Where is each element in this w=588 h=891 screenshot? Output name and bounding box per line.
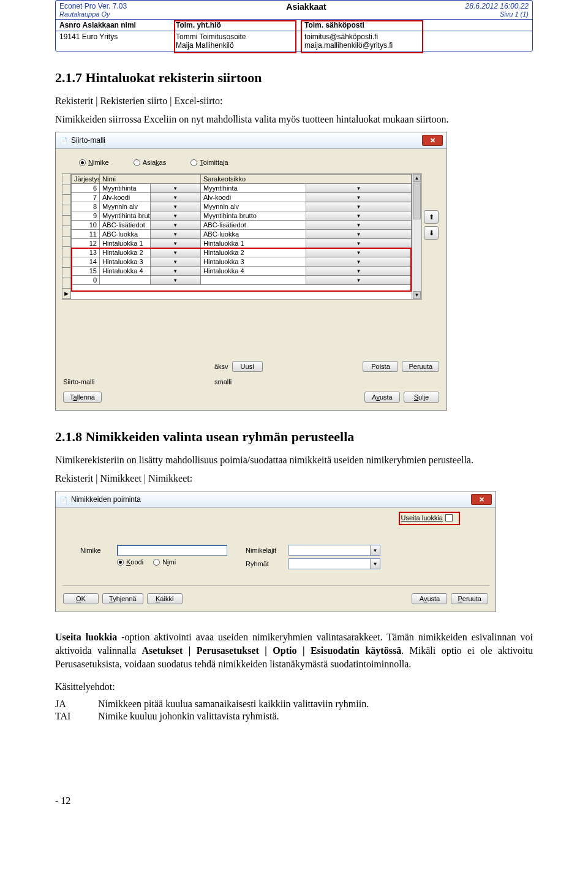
close-icon[interactable]: ✕ xyxy=(471,494,492,505)
grid-row[interactable]: 15Hintaluokka 4▼Hintaluokka 4▼ xyxy=(72,267,412,276)
nimike-input[interactable] xyxy=(117,545,227,556)
checkbox-useita-luokkia[interactable]: Useita luokkia xyxy=(401,514,453,521)
grid-row[interactable]: 13Hintaluokka 2▼Hintaluokka 2▼ xyxy=(72,248,412,257)
chevron-down-icon[interactable]: ▼ xyxy=(306,239,412,248)
grid-header-jarjestys: Järjestys xyxy=(72,175,100,184)
report-row1-col1: 19141 Euro Yritys xyxy=(56,31,172,51)
grid-row[interactable]: 6Myyntihinta▼Myyntihinta▼ xyxy=(72,184,412,193)
def-desc-ja: Nimikkeen pitää kuulua samanaikaisesti k… xyxy=(98,699,533,710)
nimikelajit-combo[interactable]: ▼ xyxy=(288,545,380,556)
checkbox-label: Useita luokkia xyxy=(401,514,443,521)
report-sample: Econet Pro Ver. 7.03 Rautakauppa Oy Asia… xyxy=(55,0,533,51)
label-siirto-malli: Siirto-malli xyxy=(63,378,100,385)
dialog-title: Siirto-malli xyxy=(71,136,105,145)
chevron-down-icon[interactable]: ▼ xyxy=(150,248,201,257)
def-row: TAI Nimike kuuluu johonkin valittavista … xyxy=(55,711,533,722)
paragraph-useita-luokkia: Useita luokkia -option aktivointi avaa u… xyxy=(55,631,533,670)
chevron-down-icon[interactable]: ▼ xyxy=(306,211,412,221)
page-number: - 12 xyxy=(55,795,533,806)
tyhjenna-button[interactable]: Tyhjennä xyxy=(102,593,143,604)
chevron-down-icon[interactable]: ▼ xyxy=(306,221,412,230)
paragraph-kasittelyehdot: Käsittelyehdot: xyxy=(55,680,533,694)
report-col3-header: Toim. sähköposti xyxy=(301,20,532,31)
report-datetime: 28.6.2012 16:00.22 xyxy=(432,2,529,10)
chevron-down-icon[interactable]: ▼ xyxy=(306,257,412,267)
label-ryhmat: Ryhmät xyxy=(246,560,282,567)
chevron-down-icon[interactable]: ▼ xyxy=(150,184,201,193)
chevron-down-icon[interactable]: ▼ xyxy=(150,211,201,221)
report-title: Asiakkaat xyxy=(184,1,428,19)
chevron-down-icon[interactable]: ▼ xyxy=(306,193,412,202)
chevron-down-icon[interactable]: ▼ xyxy=(150,276,201,285)
def-term-ja: JA xyxy=(55,699,98,710)
grid-row[interactable]: 14Hintaluokka 3▼Hintaluokka 3▼ xyxy=(72,257,412,267)
uusi-button[interactable]: Uusi xyxy=(232,361,263,372)
chevron-down-icon[interactable]: ▼ xyxy=(150,239,201,248)
peruuta-button[interactable]: Peruuta xyxy=(402,361,439,372)
chevron-down-icon[interactable]: ▼ xyxy=(306,267,412,276)
poista-button[interactable]: Poista xyxy=(363,361,398,372)
def-row: JA Nimikkeen pitää kuulua samanaikaisest… xyxy=(55,699,533,710)
radio-nimi[interactable]: Nimi xyxy=(153,558,176,566)
avusta-button[interactable]: Avusta xyxy=(364,392,400,403)
grid-row[interactable]: 12Hintaluokka 1▼Hintaluokka 1▼ xyxy=(72,239,412,248)
dialog-siirto-malli: 📄 Siirto-malli ✕ Nimike Asiakas Toimitta… xyxy=(55,132,447,411)
section-218-p2: Rekisterit | Nimikkeet | Nimikkeet: xyxy=(55,472,533,485)
label-smalli: smalli xyxy=(214,378,232,385)
section-218-heading: 2.1.8 Nimikkeiden valinta usean ryhmän p… xyxy=(55,429,533,445)
grid-row[interactable]: 9Myyntihinta brutto▼Myyntihinta brutto▼ xyxy=(72,211,412,221)
chevron-down-icon: ▼ xyxy=(370,545,380,555)
grid-row[interactable]: 8Myynnin alv▼Myynnin alv▼ xyxy=(72,202,412,211)
close-icon[interactable]: ✕ xyxy=(422,135,443,146)
dialog-title: Nimikkeiden poiminta xyxy=(71,495,141,504)
chevron-down-icon[interactable]: ▼ xyxy=(150,267,201,276)
def-term-tai: TAI xyxy=(55,711,98,722)
grid-header-nimi: Nimi xyxy=(100,175,201,184)
siirto-grid[interactable]: Järjestys Nimi Sarakeotsikko 6Myyntihint… xyxy=(71,174,412,285)
chevron-down-icon[interactable]: ▼ xyxy=(306,184,412,193)
dialog-icon: 📄 xyxy=(59,136,68,145)
section-217-line1: Rekisterit | Rekisterien siirto | Excel-… xyxy=(55,94,533,108)
report-col2-header: Toim. yht.hlö xyxy=(172,20,301,31)
ryhmat-combo[interactable]: ▼ xyxy=(288,558,380,569)
grid-row-new[interactable]: 0▼▼ xyxy=(72,276,412,285)
chevron-down-icon[interactable]: ▼ xyxy=(306,202,412,211)
grid-row[interactable]: 7Alv-koodi▼Alv-koodi▼ xyxy=(72,193,412,202)
ok-button[interactable]: OK xyxy=(63,593,99,604)
report-row1-col2a: Tommi Toimitusosoite xyxy=(176,32,297,41)
kaikki-button[interactable]: Kaikki xyxy=(147,593,183,604)
report-row1-col3b: maija.mallihenkilö@yritys.fi xyxy=(304,41,529,50)
chevron-down-icon[interactable]: ▼ xyxy=(150,193,201,202)
row-selector: ▶ xyxy=(62,174,71,299)
dialog-nimikkeiden-poiminta: 📄 Nimikkeiden poiminta ✕ Useita luokkia … xyxy=(55,491,496,612)
chevron-down-icon[interactable]: ▼ xyxy=(150,202,201,211)
radio-nimike[interactable]: Nimike xyxy=(79,159,109,166)
chevron-down-icon[interactable]: ▼ xyxy=(150,230,201,239)
avusta-button[interactable]: Avusta xyxy=(412,593,447,604)
chevron-down-icon[interactable]: ▼ xyxy=(306,276,412,285)
grid-row[interactable]: 11ABC-luokka▼ABC-luokka▼ xyxy=(72,230,412,239)
chevron-down-icon[interactable]: ▼ xyxy=(150,257,201,267)
chevron-down-icon[interactable]: ▼ xyxy=(150,221,201,230)
move-up-button[interactable]: ⬆ xyxy=(424,210,439,224)
report-company: Rautakauppa Oy xyxy=(59,10,181,18)
radio-toimittaja[interactable]: Toimittaja xyxy=(190,159,228,166)
report-row1-col2b: Maija Mallihenkilö xyxy=(176,41,297,50)
grid-vscrollbar[interactable]: ▲ ▼ xyxy=(412,174,421,299)
grid-row[interactable]: 10ABC-lisätiedot▼ABC-lisätiedot▼ xyxy=(72,221,412,230)
chevron-down-icon[interactable]: ▼ xyxy=(306,230,412,239)
report-pagenum: Sivu 1 (1) xyxy=(432,10,529,18)
def-desc-tai: Nimike kuuluu johonkin valittavista ryhm… xyxy=(98,711,533,722)
chevron-down-icon: ▼ xyxy=(370,559,380,569)
peruuta-button[interactable]: Peruuta xyxy=(451,593,488,604)
move-down-button[interactable]: ⬇ xyxy=(424,226,439,240)
tallenna-button[interactable]: Tallenna xyxy=(63,392,102,403)
chevron-down-icon[interactable]: ▼ xyxy=(306,248,412,257)
grid-header-sarakeotsikko: Sarakeotsikko xyxy=(201,175,412,184)
radio-asiakas[interactable]: Asiakas xyxy=(134,159,167,166)
dialog-icon: 📄 xyxy=(59,495,68,504)
section-217-line2: Nimikkeiden siirrossa Exceliin on nyt ma… xyxy=(55,113,533,126)
sulje-button[interactable]: Sulje xyxy=(404,392,439,403)
section-217-heading: 2.1.7 Hintaluokat rekisterin siirtoon xyxy=(55,70,533,86)
radio-koodi[interactable]: Koodi xyxy=(117,558,143,566)
